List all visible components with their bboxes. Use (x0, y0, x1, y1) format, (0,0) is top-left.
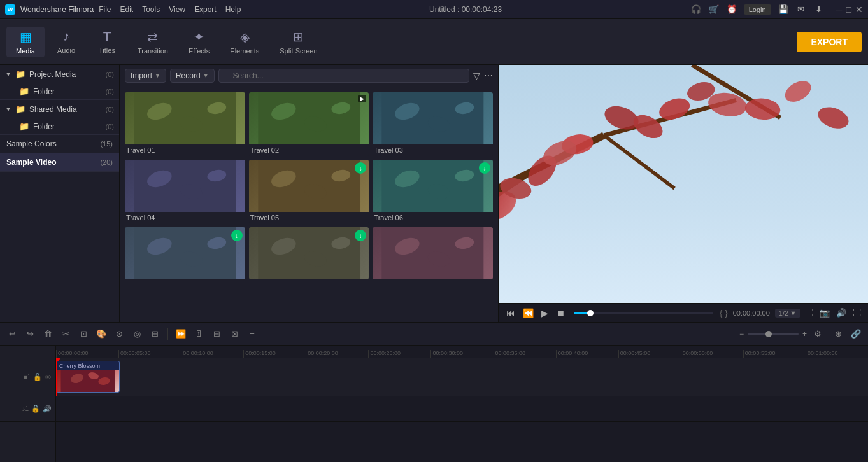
sidebar-item-project-media[interactable]: ▼ 📁 Project Media (0) (0, 65, 119, 83)
cart-icon[interactable]: 🛒 (708, 4, 720, 15)
fullscreen-icon[interactable]: ⛶ (851, 308, 863, 318)
media-thumbnail[interactable]: Travel 03 (373, 92, 493, 156)
menu-file[interactable]: File (99, 5, 111, 14)
download-badge[interactable]: ↓ (231, 230, 243, 241)
toolbar-media[interactable]: ▦ Media (6, 27, 45, 57)
volume-icon[interactable]: 🔊 (834, 308, 848, 318)
export-button[interactable]: EXPORT (797, 32, 862, 52)
grid-view-icon[interactable]: ⋯ (484, 71, 493, 81)
track-1-eye-icon[interactable]: 👁 (45, 374, 52, 381)
media-thumbnail[interactable]: Travel 01 (125, 92, 245, 156)
speed-button[interactable]: ⏩ (174, 327, 188, 341)
media-thumbnail[interactable]: ↓Travel 05 (249, 160, 369, 223)
window-controls[interactable]: ─ □ ✕ (836, 4, 863, 15)
maximize-button[interactable]: □ (846, 4, 851, 15)
sidebar-item-shared-folder[interactable]: 📁 Folder (0) (14, 118, 119, 134)
track-1-lock-icon[interactable]: 🔓 (33, 373, 42, 381)
media-panel: Import ▼ Record ▼ 🔍 ▽ ⋯ Travel 01 ▶Trave… (120, 65, 499, 322)
sidebar-item-sample-video[interactable]: Sample Video (20) (0, 153, 119, 171)
toolbar-transition[interactable]: ⇄ Transition (129, 27, 177, 57)
settings-icon[interactable]: ⚙ (811, 327, 825, 341)
shared-folder-icon: 📁 (15, 104, 25, 114)
media-thumbnail[interactable]: Travel 04 (125, 160, 245, 223)
shared-media-label: Shared Media (29, 105, 102, 114)
shared-folder-count: (0) (106, 123, 114, 130)
mosaic-button[interactable]: ⊠ (227, 327, 241, 341)
playback-speed[interactable]: 1/2 ▼ (775, 309, 800, 318)
search-input[interactable] (218, 69, 469, 83)
play-button[interactable]: ▶ (539, 308, 551, 318)
timeline-ruler-area: 00:00:00:0000:00:05:0000:00:10:0000:00:1… (56, 346, 868, 462)
fit-button[interactable]: ⊞ (148, 327, 162, 341)
snapshot-icon[interactable]: 📷 (818, 308, 832, 318)
project-media-sub: 📁 Folder (0) (0, 83, 119, 99)
fit-to-screen-icon[interactable]: ⛶ (803, 308, 815, 318)
toolbar-elements[interactable]: ◈ Elements (221, 27, 268, 57)
menu-export[interactable]: Export (194, 5, 217, 14)
step-back-button[interactable]: ⏪ (520, 308, 536, 318)
project-folder-count: (0) (106, 88, 114, 95)
sticker-button[interactable]: ⊙ (112, 327, 126, 341)
add-track-button[interactable]: ⊕ (831, 327, 845, 341)
zoom-slider[interactable] (748, 333, 799, 335)
redo-button[interactable]: ↪ (23, 327, 37, 341)
import-dropdown[interactable]: Import ▼ (125, 69, 166, 83)
media-thumbnail[interactable]: ↓ (249, 227, 369, 279)
color-button[interactable]: 🎨 (94, 327, 108, 341)
menu-bar[interactable]: File Edit Tools View Export Help (99, 5, 241, 14)
toolbar-titles[interactable]: T Titles (88, 27, 126, 57)
media-thumbnail[interactable] (373, 227, 493, 279)
split-screen-icon: ⊞ (293, 29, 304, 45)
cut-button[interactable]: ✂ (59, 327, 73, 341)
sidebar-item-shared-media[interactable]: ▼ 📁 Shared Media (0) (0, 100, 119, 118)
minimize-button[interactable]: ─ (836, 4, 843, 15)
shared-subfolder-icon: 📁 (19, 122, 29, 131)
zoom-minus-icon[interactable]: − (739, 330, 744, 339)
timeline-toolbar: ↩ ↪ 🗑 ✂ ⊡ 🎨 ⊙ ◎ ⊞ ⏩ 🎚 ⊟ ⊠ − − + ⚙ ⊕ 🔗 (0, 323, 868, 346)
save-icon[interactable]: 💾 (778, 4, 789, 15)
prev-frame-button[interactable]: ⏮ (504, 308, 518, 318)
menu-view[interactable]: View (169, 5, 185, 14)
video-clip[interactable]: Cherry Blossom (56, 361, 120, 393)
media-thumbnail[interactable]: ▶Travel 02 (249, 92, 369, 156)
login-button[interactable]: Login (744, 4, 771, 15)
mail-icon[interactable]: ✉ (795, 4, 807, 15)
menu-help[interactable]: Help (225, 5, 241, 14)
track-audio-eye-icon[interactable]: 🔊 (43, 405, 52, 413)
stabilize-button[interactable]: ◎ (130, 327, 144, 341)
project-title: Untitled : 00:00:04:23 (429, 5, 502, 14)
link-button[interactable]: 🔗 (849, 327, 863, 341)
preview-progress-bar[interactable] (574, 312, 713, 314)
preview-panel: ⏮ ⏪ ▶ ⏹ { } 00:00:00:00 1/2 ▼ ⛶ 📷 🔊 ⛶ (499, 65, 868, 322)
stop-button[interactable]: ⏹ (553, 308, 567, 318)
track-audio-lock-icon[interactable]: 🔓 (31, 405, 40, 413)
sample-colors-count: (15) (100, 140, 113, 148)
sidebar-item-project-folder[interactable]: 📁 Folder (0) (14, 83, 119, 99)
thumbnail-label: Travel 04 (125, 212, 245, 223)
menu-tools[interactable]: Tools (142, 5, 160, 14)
audio-icon: ♪ (63, 29, 69, 44)
toolbar-split-screen[interactable]: ⊞ Split Screen (271, 27, 326, 57)
media-thumbnail[interactable]: ↓ (125, 227, 245, 279)
undo-button[interactable]: ↩ (5, 327, 19, 341)
record-dropdown[interactable]: Record ▼ (170, 69, 215, 83)
headphone-icon[interactable]: 🎧 (690, 4, 702, 15)
media-thumbnail[interactable]: ↓Travel 06 (373, 160, 493, 223)
download-icon[interactable]: ⬇ (813, 4, 825, 15)
minus-zoom-button[interactable]: − (245, 327, 259, 341)
close-button[interactable]: ✕ (855, 4, 863, 15)
sidebar-item-sample-colors[interactable]: Sample Colors (15) (0, 135, 119, 153)
ruler-mark: 00:00:00:00 (56, 350, 118, 358)
toolbar-effects[interactable]: ✦ Effects (180, 27, 218, 57)
menu-edit[interactable]: Edit (120, 5, 134, 14)
audio-mix-button[interactable]: 🎚 (192, 327, 206, 341)
crop-button[interactable]: ⊡ (76, 327, 90, 341)
zoom-plus-icon[interactable]: + (802, 330, 807, 339)
clock-icon[interactable]: ⏰ (726, 4, 737, 15)
download-badge[interactable]: ↓ (479, 162, 490, 174)
import-label: Import (131, 71, 152, 80)
subtitle-button[interactable]: ⊟ (210, 327, 224, 341)
filter-icon[interactable]: ▽ (473, 71, 480, 81)
delete-button[interactable]: 🗑 (41, 327, 55, 341)
toolbar-audio[interactable]: ♪ Audio (47, 27, 85, 57)
